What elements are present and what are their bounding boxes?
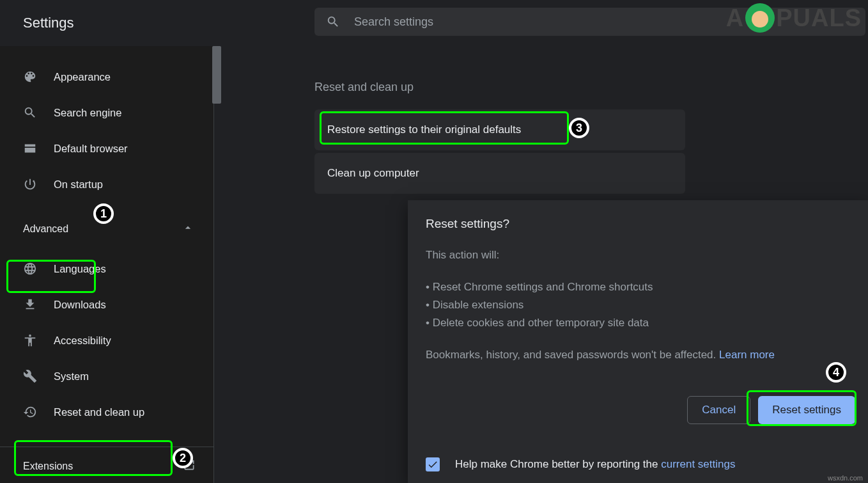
sidebar: Appearance Search engine Default browser…	[0, 46, 214, 483]
dialog-note-text: Bookmarks, history, and saved passwords …	[426, 349, 719, 361]
help-checkbox[interactable]	[426, 457, 440, 471]
external-link-icon	[183, 459, 196, 474]
power-icon	[23, 177, 37, 191]
sidebar-scrollbar[interactable]	[212, 46, 221, 104]
watermark-text-right: PUALS	[776, 4, 862, 32]
dialog-help-row: Help make Chrome better by reporting the…	[426, 457, 735, 471]
accessibility-icon	[23, 333, 37, 347]
dialog-intro: This action will:	[426, 246, 850, 264]
watermark-logo: A PUALS	[726, 3, 862, 33]
watermark-text-left: A	[726, 4, 744, 32]
sidebar-advanced-toggle[interactable]: Advanced	[0, 211, 213, 247]
sidebar-item-appearance[interactable]: Appearance	[0, 59, 206, 95]
watermark-avatar-icon	[745, 3, 775, 33]
sidebar-item-languages[interactable]: Languages	[0, 251, 206, 287]
help-text-prefix: Help make Chrome better by reporting the	[455, 458, 661, 470]
reset-settings-dialog: Reset settings? This action will: • Rese…	[408, 200, 868, 483]
sidebar-item-downloads[interactable]: Downloads	[0, 287, 206, 322]
search-icon	[326, 15, 340, 29]
dialog-bullet: • Delete cookies and other temporary sit…	[426, 314, 850, 332]
advanced-label: Advanced	[23, 223, 68, 235]
history-icon	[23, 405, 37, 419]
sidebar-item-search-engine[interactable]: Search engine	[0, 95, 206, 131]
dialog-bullet: • Reset Chrome settings and Chrome short…	[426, 278, 850, 296]
dialog-body: This action will: • Reset Chrome setting…	[426, 246, 850, 364]
sidebar-label: Default browser	[54, 143, 128, 155]
download-icon	[23, 297, 37, 312]
sidebar-label: On startup	[54, 178, 103, 191]
sidebar-item-system[interactable]: System	[0, 358, 206, 394]
sidebar-item-reset-cleanup[interactable]: Reset and clean up	[0, 394, 206, 430]
learn-more-link[interactable]: Learn more	[719, 349, 775, 361]
dialog-note: Bookmarks, history, and saved passwords …	[426, 346, 850, 364]
sidebar-label: System	[54, 370, 89, 383]
sidebar-item-accessibility[interactable]: Accessibility	[0, 322, 206, 358]
globe-icon	[23, 262, 37, 276]
row-label: Restore settings to their original defau…	[327, 123, 521, 136]
sidebar-label: Accessibility	[54, 335, 111, 347]
dialog-title: Reset settings?	[426, 217, 850, 231]
reset-settings-button[interactable]: Reset settings	[758, 396, 855, 424]
sidebar-item-on-startup[interactable]: On startup	[0, 166, 206, 202]
chevron-up-icon	[182, 221, 194, 237]
button-label: Reset settings	[772, 404, 841, 416]
section-title: Reset and clean up	[229, 46, 868, 109]
row-label: Clean up computer	[327, 167, 419, 180]
extensions-label: Extensions	[23, 461, 73, 472]
sidebar-label: Search engine	[54, 107, 121, 119]
sidebar-item-extensions[interactable]: Extensions	[0, 447, 213, 483]
row-restore-defaults[interactable]: Restore settings to their original defau…	[314, 109, 685, 150]
help-text: Help make Chrome better by reporting the…	[455, 458, 735, 471]
browser-icon	[23, 141, 37, 155]
sidebar-item-default-browser[interactable]: Default browser	[0, 131, 206, 166]
palette-icon	[23, 70, 37, 84]
sidebar-label: Downloads	[54, 299, 106, 311]
sidebar-label: Reset and clean up	[54, 406, 144, 418]
sidebar-label: Appearance	[54, 71, 111, 83]
image-credit: wsxdn.com	[828, 474, 863, 482]
dialog-button-row: Cancel Reset settings	[687, 396, 855, 424]
page-title: Settings	[0, 15, 74, 31]
sidebar-label: Languages	[54, 263, 106, 275]
cancel-button[interactable]: Cancel	[687, 396, 750, 424]
row-cleanup-computer[interactable]: Clean up computer	[314, 153, 685, 194]
button-label: Cancel	[702, 404, 736, 416]
current-settings-link[interactable]: current settings	[661, 458, 735, 470]
wrench-icon	[23, 369, 37, 383]
dialog-bullet: • Disable extensions	[426, 296, 850, 314]
search-icon	[23, 106, 37, 120]
